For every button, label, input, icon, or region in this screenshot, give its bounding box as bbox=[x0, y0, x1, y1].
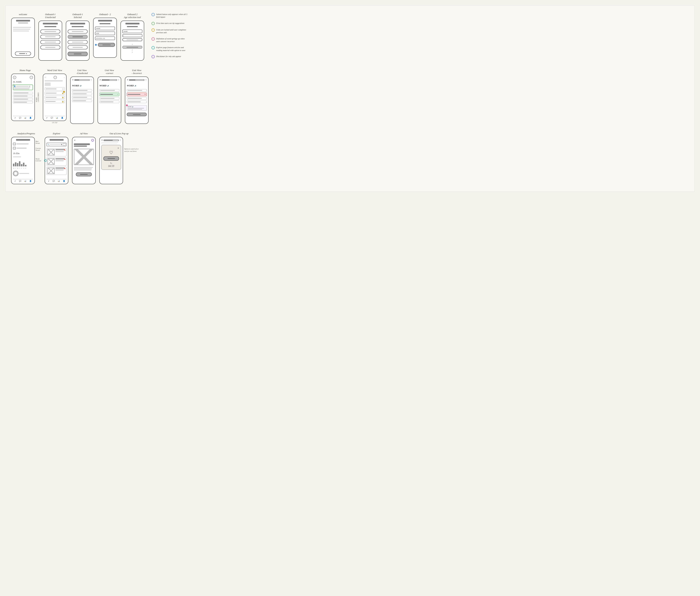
ool-close-icon[interactable]: ✕ bbox=[101, 139, 103, 141]
uc-option-3[interactable] bbox=[99, 97, 119, 100]
ad-info-icon[interactable]: i bbox=[91, 139, 94, 141]
uv-option-1[interactable] bbox=[72, 89, 92, 92]
screen-unit-unselected-wrapper: Unit View-Unselected ✕ ♡ WORD 🔈 bbox=[70, 69, 94, 124]
an-nav-chat[interactable]: 💬 bbox=[19, 180, 21, 182]
nav-chat[interactable]: 💬 bbox=[19, 117, 21, 119]
filter-icon[interactable]: ⇅ bbox=[61, 144, 62, 146]
wu-nav-check[interactable]: ✓ bbox=[46, 117, 48, 119]
wu-unit-3[interactable]: 🔒 bbox=[45, 96, 65, 99]
ex-nav-person[interactable]: 👤 bbox=[63, 180, 65, 182]
bookmark-icon-2[interactable]: 🔖 bbox=[64, 158, 66, 160]
onboard-sel-option-2-selected[interactable] bbox=[68, 35, 88, 39]
annotation-5: i Explore page features articles and rea… bbox=[151, 46, 188, 52]
ann-dot-5: i bbox=[151, 46, 155, 49]
age-name-field[interactable]: NAME bbox=[122, 29, 142, 33]
save-filter-icon[interactable] bbox=[63, 143, 66, 146]
uc-close-icon[interactable]: ✕ bbox=[99, 79, 101, 81]
onboard-sel-option-3[interactable] bbox=[68, 40, 88, 44]
speaker-icon[interactable]: 🔈 bbox=[80, 85, 82, 86]
ad-close-icon[interactable]: ✕ bbox=[74, 139, 75, 141]
article-2-image bbox=[47, 158, 55, 165]
wu-unit-4[interactable]: 🔒 bbox=[45, 100, 65, 103]
explore-article-2[interactable]: 🔖 bbox=[47, 157, 67, 165]
uc-option-4[interactable] bbox=[99, 101, 119, 103]
onboard-submit-btn[interactable] bbox=[68, 52, 88, 56]
wu-unit-2[interactable]: 🔒 bbox=[45, 92, 65, 95]
ui-option-4[interactable] bbox=[127, 101, 147, 103]
wu-heart-icon[interactable]: ♡ bbox=[54, 76, 57, 79]
wu-nav-chat[interactable]: 💬 bbox=[51, 117, 53, 119]
nav-chart[interactable]: 📊 bbox=[24, 117, 26, 119]
category-row-2[interactable] bbox=[13, 95, 33, 97]
age-option-btn[interactable] bbox=[122, 38, 142, 41]
screen-onboard2-wrapper: Onboard - 2 NAME AGE SCHOOL LVL bbox=[93, 13, 117, 58]
ad-cta-btn[interactable] bbox=[76, 172, 92, 176]
ann-dot-4: i bbox=[151, 37, 155, 41]
nav-check[interactable]: ✓ bbox=[15, 117, 16, 119]
ad-image bbox=[74, 149, 94, 165]
school-field[interactable]: SCHOOL LVL bbox=[95, 36, 115, 40]
home-icon-left[interactable]: ☾ bbox=[13, 76, 16, 79]
an-nav-check[interactable]: ✓ bbox=[15, 180, 16, 182]
uc-option-correct[interactable]: ✓ bbox=[99, 93, 119, 96]
uv-option-4[interactable] bbox=[72, 100, 92, 102]
onboard-option-3[interactable] bbox=[40, 40, 60, 44]
ann-dot-2: i bbox=[151, 22, 155, 25]
explore-search-bar[interactable]: 🔍 ⇅ bbox=[47, 142, 67, 146]
screen-analytics-title: Analytics/Progress bbox=[17, 132, 35, 135]
explore-article-1[interactable]: 🔖 bbox=[47, 148, 67, 156]
ann-text-5: Explore page features articles and readi… bbox=[156, 46, 188, 52]
screen-onboard1-selected-title: Onboard-1Selected bbox=[72, 13, 83, 19]
nav-person[interactable]: 👤 bbox=[29, 117, 31, 119]
ui-option-3[interactable] bbox=[127, 97, 147, 100]
ex-nav-chart[interactable]: 📊 bbox=[58, 180, 60, 182]
age-selector[interactable]: // bbox=[122, 34, 142, 37]
home-icon-heart[interactable]: ♡ bbox=[30, 76, 33, 79]
ool-refresh-icon[interactable]: ↻ bbox=[103, 162, 119, 165]
onboard-sel-option-1[interactable] bbox=[68, 29, 88, 33]
ui-option-1[interactable] bbox=[127, 89, 147, 92]
explore-nav-bar: ✓ 💬 📊 👤 bbox=[47, 179, 67, 182]
annotation-3: i Units are locked until user completes … bbox=[151, 28, 188, 34]
label-F: F bbox=[21, 167, 22, 169]
ui-speaker-icon[interactable]: 🔈 bbox=[134, 85, 136, 86]
uv-option-2[interactable] bbox=[72, 93, 92, 95]
wu-unit-1[interactable]: ▷ bbox=[45, 87, 65, 90]
wu-nav-chart[interactable]: 📊 bbox=[56, 117, 58, 119]
label-W: W bbox=[17, 167, 18, 169]
ex-nav-check[interactable]: ✓ bbox=[48, 180, 49, 182]
wu-nav-person[interactable]: 👤 bbox=[61, 117, 63, 119]
screen-out-of-lives-title: Out of Lives Pop up bbox=[109, 132, 128, 135]
onboard-option-2[interactable] bbox=[40, 35, 60, 39]
bookmark-icon-1[interactable]: 🔖 bbox=[64, 149, 66, 151]
home-greeting: Hi, NAME, bbox=[13, 81, 33, 83]
close-icon[interactable]: ✕ bbox=[72, 79, 74, 81]
category-row-1[interactable] bbox=[13, 92, 33, 94]
category-row-4[interactable] bbox=[13, 101, 33, 103]
ui-continue-btn[interactable] bbox=[127, 112, 147, 116]
onboard-option-4[interactable] bbox=[40, 45, 60, 49]
age-field[interactable]: AGE bbox=[95, 31, 115, 35]
ool-modal-close[interactable]: ✕ bbox=[117, 147, 119, 149]
current-streak-label: CurrentStreak bbox=[35, 148, 41, 151]
ool-continue-btn[interactable] bbox=[103, 156, 119, 161]
ann-dot-1: i bbox=[151, 13, 155, 16]
ui-option-incorrect[interactable]: ✕ bbox=[127, 93, 147, 96]
an-nav-chart[interactable]: 📊 bbox=[24, 180, 26, 182]
explore-article-3[interactable]: 🔖 bbox=[47, 167, 67, 175]
category-row-3[interactable] bbox=[13, 98, 33, 100]
uc-option-1[interactable] bbox=[99, 89, 119, 92]
uv-option-3[interactable] bbox=[72, 96, 92, 99]
ad-body bbox=[74, 167, 94, 171]
bar-Su bbox=[25, 165, 26, 166]
search-icon: 🔍 bbox=[48, 144, 49, 146]
ui-options: ✕ bbox=[127, 89, 147, 103]
uc-speaker-icon[interactable]: 🔈 bbox=[107, 85, 109, 86]
ex-nav-chat[interactable]: 💬 bbox=[52, 180, 55, 182]
an-nav-person[interactable]: 👤 bbox=[29, 180, 31, 182]
onboard-sel-option-4[interactable] bbox=[68, 45, 88, 49]
onboard-option-1[interactable] bbox=[40, 29, 60, 33]
bookmark-icon-3[interactable]: 🔖 bbox=[64, 167, 66, 169]
name-field[interactable]: NAME bbox=[95, 27, 115, 30]
ui-close-icon[interactable]: ✕ bbox=[127, 79, 128, 81]
